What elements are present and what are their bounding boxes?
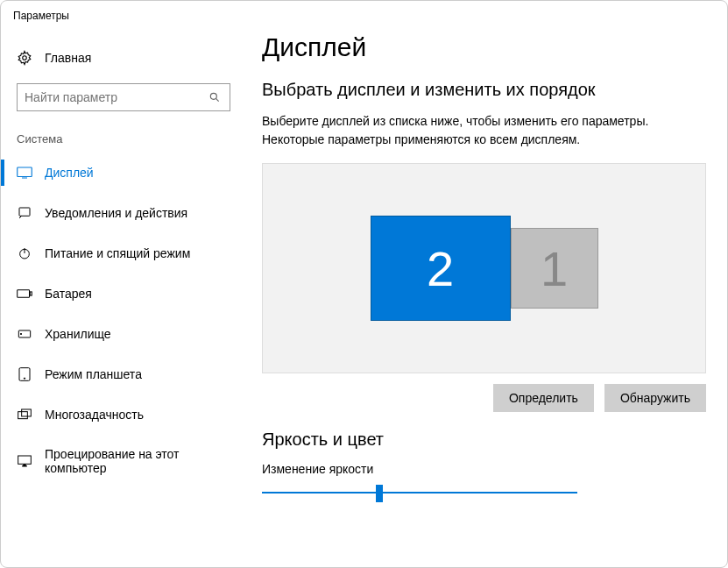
svg-point-11 [20,333,21,334]
display-arrangement-panel[interactable]: 2 1 [262,163,706,373]
display-tile-selected[interactable]: 2 [371,216,511,321]
project-icon [17,453,32,469]
svg-point-13 [24,378,25,379]
slider-thumb[interactable] [376,485,383,502]
monitor-icon [17,165,32,181]
sidebar-item-label: Хранилище [45,327,111,341]
power-icon [17,245,32,261]
detect-button[interactable]: Обнаружить [604,384,706,412]
tablet-icon [17,366,32,382]
home-label: Главная [45,51,91,65]
section-select-displays-title: Выбрать дисплеи и изменить их порядок [262,80,706,100]
slider-track [262,492,577,493]
sidebar: Главная Система Дисплей Уведомления и де… [1,25,246,567]
svg-rect-8 [18,290,30,297]
brightness-slider[interactable] [262,483,577,504]
sidebar-item-label: Дисплей [45,166,94,180]
brightness-slider-label: Изменение яркости [262,462,706,476]
sidebar-item-notifications[interactable]: Уведомления и действия [1,193,246,233]
sidebar-item-display[interactable]: Дисплей [1,153,246,193]
svg-line-2 [216,98,218,101]
section-select-displays-desc: Выберите дисплей из списка ниже, чтобы и… [262,112,706,149]
search-icon [207,89,223,105]
section-brightness-title: Яркость и цвет [262,430,706,450]
svg-rect-9 [30,292,32,295]
sidebar-item-battery[interactable]: Батарея [1,273,246,314]
window-title: Параметры [1,1,727,25]
svg-rect-3 [18,167,32,177]
identify-button[interactable]: Определить [493,384,594,412]
search-input[interactable] [25,90,207,104]
display-tile-other[interactable]: 1 [511,228,598,309]
gear-icon [17,50,32,66]
main-content: Дисплей Выбрать дисплеи и изменить их по… [246,25,727,567]
notifications-icon [17,205,32,221]
sidebar-item-label: Многозадачность [45,408,144,422]
home-button[interactable]: Главная [1,43,246,73]
page-title: Дисплей [262,32,706,62]
search-input-wrapper[interactable] [17,83,230,111]
storage-icon [17,326,32,342]
battery-icon [17,286,32,302]
svg-point-0 [23,56,27,60]
sidebar-item-label: Режим планшета [45,367,142,381]
sidebar-item-label: Проецирование на этот компьютер [45,447,230,475]
sidebar-item-multitask[interactable]: Многозадачность [1,394,246,435]
sidebar-item-tablet[interactable]: Режим планшета [1,354,246,394]
svg-point-1 [210,93,216,99]
svg-rect-15 [22,409,32,416]
sidebar-item-storage[interactable]: Хранилище [1,314,246,354]
sidebar-item-label: Питание и спящий режим [45,246,190,260]
sidebar-group-label: Система [1,127,246,153]
svg-rect-16 [18,456,32,464]
svg-rect-5 [19,208,30,216]
svg-rect-14 [18,412,28,419]
multitask-icon [17,407,32,422]
sidebar-item-label: Батарея [45,287,92,301]
sidebar-item-projecting[interactable]: Проецирование на этот компьютер [1,435,246,487]
sidebar-item-label: Уведомления и действия [45,206,187,220]
sidebar-item-power[interactable]: Питание и спящий режим [1,233,246,273]
